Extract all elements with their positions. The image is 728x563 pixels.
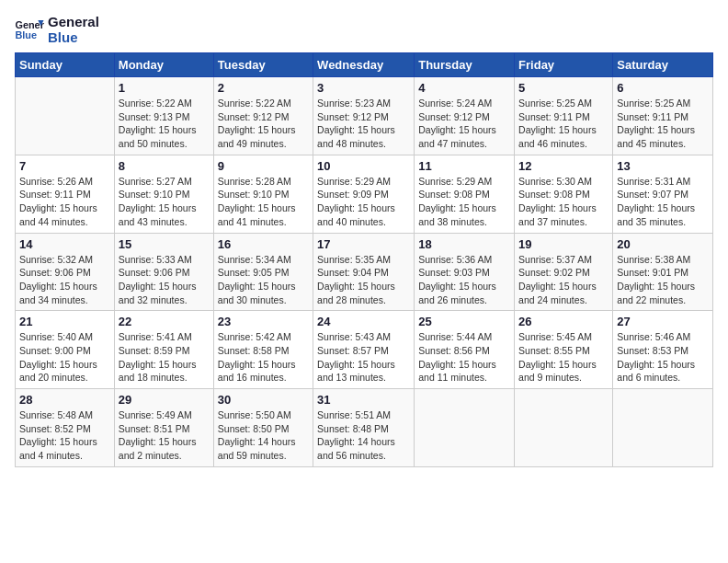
day-number: 22 <box>119 315 210 328</box>
day-number: 11 <box>418 159 510 173</box>
day-info: Sunrise: 5:25 AM Sunset: 9:11 PM Dayligh… <box>617 97 709 151</box>
col-thursday: Thursday <box>415 53 515 77</box>
day-info: Sunrise: 5:42 AM Sunset: 8:58 PM Dayligh… <box>218 330 309 385</box>
day-info: Sunrise: 5:49 AM Sunset: 8:51 PM Dayligh… <box>119 408 210 463</box>
day-number: 17 <box>317 237 410 251</box>
calendar-table: Sunday Monday Tuesday Wednesday Thursday… <box>15 52 713 467</box>
day-number: 8 <box>119 159 210 173</box>
day-number: 1 <box>119 81 210 95</box>
day-info: Sunrise: 5:34 AM Sunset: 9:05 PM Dayligh… <box>218 253 309 307</box>
calendar-cell <box>415 389 515 467</box>
day-number: 9 <box>218 159 309 173</box>
logo-blue: Blue <box>48 30 99 46</box>
calendar-cell <box>515 389 613 467</box>
day-info: Sunrise: 5:48 AM Sunset: 8:52 PM Dayligh… <box>19 408 110 463</box>
day-info: Sunrise: 5:26 AM Sunset: 9:11 PM Dayligh… <box>19 175 110 229</box>
calendar-cell: 22Sunrise: 5:41 AM Sunset: 8:59 PM Dayli… <box>114 311 213 389</box>
day-number: 25 <box>418 315 510 328</box>
logo-icon: General Blue <box>15 17 44 43</box>
day-number: 4 <box>418 81 510 95</box>
day-number: 3 <box>317 81 410 95</box>
day-info: Sunrise: 5:33 AM Sunset: 9:06 PM Dayligh… <box>119 253 210 307</box>
calendar-cell: 4Sunrise: 5:24 AM Sunset: 9:12 PM Daylig… <box>415 77 515 155</box>
day-info: Sunrise: 5:50 AM Sunset: 8:50 PM Dayligh… <box>218 408 309 463</box>
calendar-cell: 15Sunrise: 5:33 AM Sunset: 9:06 PM Dayli… <box>114 233 213 311</box>
calendar-cell: 11Sunrise: 5:29 AM Sunset: 9:08 PM Dayli… <box>415 155 515 233</box>
calendar-week-row: 7Sunrise: 5:26 AM Sunset: 9:11 PM Daylig… <box>16 155 713 233</box>
day-number: 30 <box>218 393 309 407</box>
day-number: 7 <box>19 159 110 173</box>
col-friday: Friday <box>515 53 613 77</box>
calendar-cell: 24Sunrise: 5:43 AM Sunset: 8:57 PM Dayli… <box>313 311 415 389</box>
calendar-cell: 3Sunrise: 5:23 AM Sunset: 9:12 PM Daylig… <box>313 77 415 155</box>
calendar-cell: 26Sunrise: 5:45 AM Sunset: 8:55 PM Dayli… <box>515 311 613 389</box>
col-saturday: Saturday <box>613 53 713 77</box>
day-info: Sunrise: 5:38 AM Sunset: 9:01 PM Dayligh… <box>617 253 709 307</box>
col-wednesday: Wednesday <box>313 53 415 77</box>
day-info: Sunrise: 5:40 AM Sunset: 9:00 PM Dayligh… <box>19 330 110 385</box>
day-number: 5 <box>518 81 609 95</box>
day-number: 16 <box>218 237 309 251</box>
calendar-cell: 10Sunrise: 5:29 AM Sunset: 9:09 PM Dayli… <box>313 155 415 233</box>
calendar-cell: 5Sunrise: 5:25 AM Sunset: 9:11 PM Daylig… <box>515 77 613 155</box>
day-number: 29 <box>119 393 210 407</box>
day-info: Sunrise: 5:29 AM Sunset: 9:09 PM Dayligh… <box>317 175 410 229</box>
day-info: Sunrise: 5:31 AM Sunset: 9:07 PM Dayligh… <box>617 175 709 229</box>
calendar-cell: 12Sunrise: 5:30 AM Sunset: 9:08 PM Dayli… <box>515 155 613 233</box>
calendar-cell: 16Sunrise: 5:34 AM Sunset: 9:05 PM Dayli… <box>213 233 313 311</box>
calendar-cell <box>613 389 713 467</box>
calendar-cell <box>16 77 115 155</box>
day-info: Sunrise: 5:41 AM Sunset: 8:59 PM Dayligh… <box>119 330 210 385</box>
day-info: Sunrise: 5:37 AM Sunset: 9:02 PM Dayligh… <box>518 253 609 307</box>
calendar-cell: 29Sunrise: 5:49 AM Sunset: 8:51 PM Dayli… <box>114 389 213 467</box>
day-info: Sunrise: 5:36 AM Sunset: 9:03 PM Dayligh… <box>418 253 510 307</box>
calendar-cell: 28Sunrise: 5:48 AM Sunset: 8:52 PM Dayli… <box>16 389 115 467</box>
calendar-header-row: Sunday Monday Tuesday Wednesday Thursday… <box>16 53 713 77</box>
day-number: 28 <box>19 393 110 407</box>
day-number: 21 <box>19 315 110 328</box>
calendar-cell: 2Sunrise: 5:22 AM Sunset: 9:12 PM Daylig… <box>213 77 313 155</box>
calendar-week-row: 1Sunrise: 5:22 AM Sunset: 9:13 PM Daylig… <box>16 77 713 155</box>
calendar-cell: 19Sunrise: 5:37 AM Sunset: 9:02 PM Dayli… <box>515 233 613 311</box>
page-header: General Blue General Blue <box>15 15 713 45</box>
calendar-week-row: 28Sunrise: 5:48 AM Sunset: 8:52 PM Dayli… <box>16 389 713 467</box>
day-info: Sunrise: 5:35 AM Sunset: 9:04 PM Dayligh… <box>317 253 410 307</box>
day-info: Sunrise: 5:22 AM Sunset: 9:12 PM Dayligh… <box>218 97 309 151</box>
day-info: Sunrise: 5:27 AM Sunset: 9:10 PM Dayligh… <box>119 175 210 229</box>
calendar-cell: 27Sunrise: 5:46 AM Sunset: 8:53 PM Dayli… <box>613 311 713 389</box>
col-tuesday: Tuesday <box>213 53 313 77</box>
calendar-body: 1Sunrise: 5:22 AM Sunset: 9:13 PM Daylig… <box>16 77 713 467</box>
day-number: 24 <box>317 315 410 328</box>
day-number: 26 <box>518 315 609 328</box>
day-info: Sunrise: 5:45 AM Sunset: 8:55 PM Dayligh… <box>518 330 609 385</box>
col-sunday: Sunday <box>16 53 115 77</box>
calendar-cell: 21Sunrise: 5:40 AM Sunset: 9:00 PM Dayli… <box>16 311 115 389</box>
day-number: 18 <box>418 237 510 251</box>
calendar-cell: 31Sunrise: 5:51 AM Sunset: 8:48 PM Dayli… <box>313 389 415 467</box>
day-info: Sunrise: 5:51 AM Sunset: 8:48 PM Dayligh… <box>317 408 410 463</box>
logo: General Blue General Blue <box>15 15 99 45</box>
calendar-cell: 14Sunrise: 5:32 AM Sunset: 9:06 PM Dayli… <box>16 233 115 311</box>
calendar-week-row: 21Sunrise: 5:40 AM Sunset: 9:00 PM Dayli… <box>16 311 713 389</box>
day-number: 15 <box>119 237 210 251</box>
day-number: 23 <box>218 315 309 328</box>
day-number: 13 <box>617 159 709 173</box>
svg-text:Blue: Blue <box>15 29 37 40</box>
calendar-cell: 18Sunrise: 5:36 AM Sunset: 9:03 PM Dayli… <box>415 233 515 311</box>
calendar-cell: 25Sunrise: 5:44 AM Sunset: 8:56 PM Dayli… <box>415 311 515 389</box>
day-info: Sunrise: 5:46 AM Sunset: 8:53 PM Dayligh… <box>617 330 709 385</box>
day-number: 2 <box>218 81 309 95</box>
day-number: 20 <box>617 237 709 251</box>
col-monday: Monday <box>114 53 213 77</box>
day-number: 14 <box>19 237 110 251</box>
day-info: Sunrise: 5:25 AM Sunset: 9:11 PM Dayligh… <box>518 97 609 151</box>
day-info: Sunrise: 5:29 AM Sunset: 9:08 PM Dayligh… <box>418 175 510 229</box>
calendar-cell: 8Sunrise: 5:27 AM Sunset: 9:10 PM Daylig… <box>114 155 213 233</box>
calendar-cell: 17Sunrise: 5:35 AM Sunset: 9:04 PM Dayli… <box>313 233 415 311</box>
day-number: 10 <box>317 159 410 173</box>
day-info: Sunrise: 5:43 AM Sunset: 8:57 PM Dayligh… <box>317 330 410 385</box>
calendar-cell: 1Sunrise: 5:22 AM Sunset: 9:13 PM Daylig… <box>114 77 213 155</box>
day-info: Sunrise: 5:28 AM Sunset: 9:10 PM Dayligh… <box>218 175 309 229</box>
day-number: 27 <box>617 315 709 328</box>
day-info: Sunrise: 5:44 AM Sunset: 8:56 PM Dayligh… <box>418 330 510 385</box>
